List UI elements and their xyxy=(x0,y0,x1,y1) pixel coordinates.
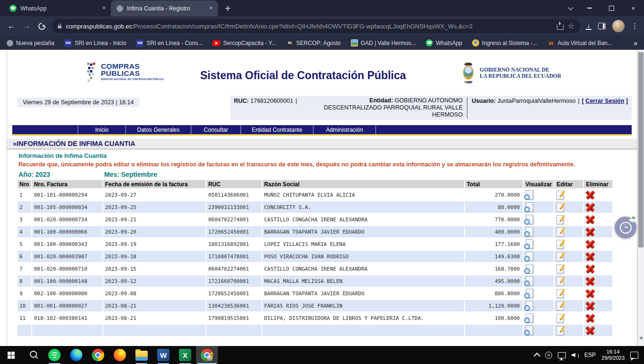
url-text[interactable]: compraspublicas.gob.ec/ProcesoContrataci… xyxy=(66,23,553,30)
page-scrollbar[interactable] xyxy=(637,50,644,346)
menu-item-entidad-contratante[interactable]: Entidad Contratante xyxy=(241,125,313,134)
logout-link[interactable]: [ Cerrar Sesión ] xyxy=(582,98,628,104)
eliminar-button[interactable] xyxy=(584,325,612,336)
bookmark-whatsapp[interactable]: WhatsApp xyxy=(426,39,462,46)
editar-button[interactable] xyxy=(555,312,583,324)
editar-button[interactable] xyxy=(555,226,583,237)
editar-button[interactable] xyxy=(555,275,583,287)
visualizar-button[interactable] xyxy=(524,288,554,299)
editar-button[interactable] xyxy=(555,189,583,200)
close-button[interactable]: × xyxy=(622,0,644,16)
back-button[interactable]: ← xyxy=(4,18,19,34)
tab-search-chevron-icon[interactable] xyxy=(563,0,579,16)
taskbar-search-button[interactable] xyxy=(22,346,44,364)
reload-button[interactable] xyxy=(34,18,49,34)
tab-whatsapp[interactable]: WhatsApp × xyxy=(4,0,111,16)
tab-close-icon[interactable]: × xyxy=(207,4,215,12)
editar-button[interactable] xyxy=(555,325,583,336)
browser-menu-icon[interactable]: ⋮ xyxy=(631,22,638,30)
visualizar-button[interactable] xyxy=(524,275,554,287)
action-center-icon[interactable] xyxy=(630,352,638,359)
taskbar-app-file-explorer[interactable] xyxy=(131,346,152,364)
bookmark-sri-en-linea-cons[interactable]: SRI en Línea - Cons... xyxy=(136,39,203,47)
address-bar[interactable]: compraspublicas.gob.ec/ProcesoContrataci… xyxy=(52,19,580,33)
language-indicator[interactable]: ESP xyxy=(584,352,596,358)
editar-button[interactable] xyxy=(555,300,583,311)
extension-timer-widget[interactable] xyxy=(615,217,636,238)
menu-item-consultar[interactable]: Consultar xyxy=(191,125,241,134)
lock-icon[interactable] xyxy=(58,26,62,28)
minimize-button[interactable] xyxy=(579,0,600,16)
eliminar-button[interactable] xyxy=(584,263,612,274)
menu-item-datos-generales[interactable]: Datos Generales xyxy=(126,125,191,134)
volume-icon[interactable] xyxy=(572,352,579,358)
visualizar-button[interactable] xyxy=(524,251,554,262)
taskbar-app-excel[interactable] xyxy=(174,346,196,364)
edge-icon xyxy=(70,349,82,361)
editar-button[interactable] xyxy=(555,201,583,213)
tab-title: WhatsApp xyxy=(20,5,96,12)
profile-avatar[interactable] xyxy=(612,20,625,32)
eliminar-button[interactable] xyxy=(584,251,612,262)
menu-item-inicio[interactable]: Inicio xyxy=(78,125,126,134)
eliminar-button[interactable] xyxy=(584,189,612,200)
tray-expand-chevron-icon[interactable] xyxy=(534,353,540,359)
editar-button[interactable] xyxy=(555,238,583,250)
editar-button[interactable] xyxy=(555,263,583,274)
share-icon[interactable] xyxy=(557,25,564,30)
meet-now-icon[interactable] xyxy=(545,352,552,359)
eliminar-button[interactable] xyxy=(584,300,612,311)
visualizar-button[interactable] xyxy=(524,263,554,274)
visualizar-button[interactable] xyxy=(524,238,554,250)
visualizar-button[interactable] xyxy=(524,214,554,225)
visualizar-button[interactable] xyxy=(524,312,554,324)
visualizar-button[interactable] xyxy=(524,189,554,200)
bookmark-gad-valle-hermos[interactable]: GAD | Valle Hermos... xyxy=(351,39,416,46)
usuario-value: Usuario: JuntaParroquialValleHermoso|[ C… xyxy=(472,97,628,104)
editar-button[interactable] xyxy=(555,214,583,225)
bookmark-star-icon[interactable]: ☆ xyxy=(568,23,574,29)
downloads-icon[interactable]: ↓ xyxy=(586,23,591,30)
start-button[interactable] xyxy=(0,346,22,364)
forward-button[interactable]: → xyxy=(19,18,34,34)
new-tab-button[interactable]: + xyxy=(221,2,235,15)
menu-item-administracion[interactable]: Administración xyxy=(313,125,376,134)
editar-button[interactable] xyxy=(555,288,583,299)
bookmark-sercopcapacita-y[interactable]: SercopCapacita - Y... xyxy=(213,40,276,46)
tab-infima-cuantia[interactable]: Infima Cuantía - Registro × xyxy=(111,0,218,16)
scrollbar-thumb[interactable] xyxy=(638,52,644,247)
taskbar-clock[interactable]: 16:1429/9/2023 xyxy=(601,349,625,361)
visualizar-button[interactable] xyxy=(524,300,554,311)
cell-fecha: 2023-09-19 xyxy=(103,238,206,250)
network-icon[interactable] xyxy=(558,352,566,358)
taskbar-app-word[interactable] xyxy=(152,346,174,364)
eliminar-button[interactable] xyxy=(584,238,612,250)
cell-nro: 10 xyxy=(18,300,31,311)
bookmark-nueva-pestana[interactable]: Nueva pestaña xyxy=(7,40,54,46)
bookmark-ingreso-al-sistema[interactable]: Ingreso al Sistema -... xyxy=(472,39,537,46)
eliminar-button[interactable] xyxy=(584,312,612,324)
side-panel-icon[interactable] xyxy=(598,23,606,29)
editar-button[interactable] xyxy=(555,251,583,262)
taskbar-app-chrome[interactable] xyxy=(87,346,109,364)
visualizar-button[interactable] xyxy=(524,226,554,237)
eliminar-button[interactable] xyxy=(584,288,612,299)
maximize-button[interactable] xyxy=(600,0,622,16)
scroll-down-arrow-icon[interactable] xyxy=(639,337,643,342)
taskbar-app-edge[interactable] xyxy=(65,346,87,364)
eliminar-button[interactable] xyxy=(584,226,612,237)
eliminar-button[interactable] xyxy=(584,275,612,287)
visualizar-button[interactable] xyxy=(524,325,554,336)
tab-close-icon[interactable]: × xyxy=(100,4,108,12)
visualizar-button[interactable] xyxy=(524,201,554,213)
bookmarks-overflow-chevron[interactable]: » xyxy=(634,39,637,47)
eliminar-button[interactable] xyxy=(584,201,612,213)
taskbar-app-chrome-profile[interactable] xyxy=(196,346,218,364)
bookmark-sri-en-linea-inicio[interactable]: SRI en Línea - Inicio xyxy=(64,39,126,47)
eliminar-button[interactable] xyxy=(584,214,612,225)
taskbar-app-firefox[interactable] xyxy=(109,346,131,364)
taskbar-app-spotify[interactable] xyxy=(44,346,65,364)
cell-nro: 4 xyxy=(18,226,31,237)
bookmark-sercop-agosto[interactable]: SERCOP: Agosto xyxy=(286,39,341,46)
bookmark-aula-virtual-del-ban[interactable]: Aula Virtual del Ban... xyxy=(547,39,612,47)
